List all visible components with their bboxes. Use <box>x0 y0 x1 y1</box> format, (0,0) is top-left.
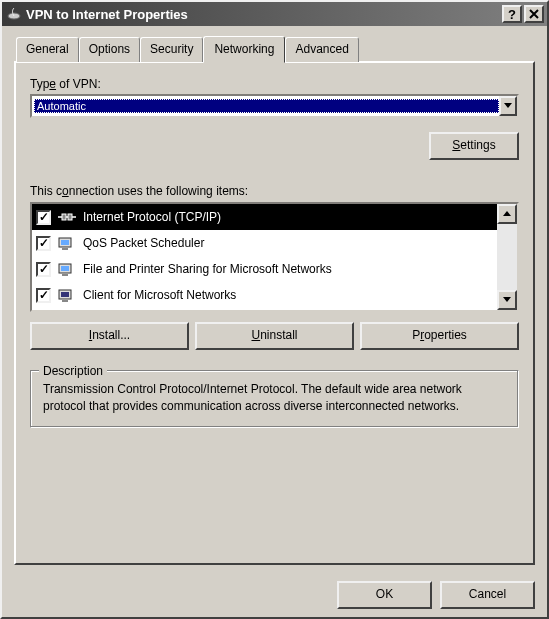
list-item-label: File and Printer Sharing for Microsoft N… <box>83 262 332 276</box>
properties-button[interactable]: Properties <box>360 322 519 350</box>
network-protocol-icon <box>57 208 77 226</box>
checkbox[interactable]: ✓ <box>36 236 51 251</box>
list-item[interactable]: ✓ QoS Packet Scheduler <box>32 230 497 256</box>
list-item[interactable]: ✓ File and Printer Sharing for Microsoft… <box>32 256 497 282</box>
window-title: VPN to Internet Properties <box>26 7 500 22</box>
client-area: General Options Security Networking Adva… <box>2 26 547 571</box>
description-text: Transmission Control Protocol/Internet P… <box>43 381 506 415</box>
components-rows: ✓ Internet Protocol (TCP/IP) ✓ QoS Packe… <box>32 204 497 310</box>
vpn-type-label: Type of VPN: <box>30 77 519 91</box>
tab-advanced[interactable]: Advanced <box>285 37 358 62</box>
svg-rect-7 <box>61 266 69 271</box>
checkbox[interactable]: ✓ <box>36 262 51 277</box>
vpn-type-dropdown[interactable]: Automatic <box>30 94 519 118</box>
service-icon <box>57 260 77 278</box>
tab-panel-networking: Type of VPN: Automatic Settings This con… <box>14 61 535 565</box>
cancel-button[interactable]: Cancel <box>440 581 535 609</box>
list-item-label: QoS Packet Scheduler <box>83 236 204 250</box>
list-item-label: Internet Protocol (TCP/IP) <box>83 210 221 224</box>
dialog-buttons: OK Cancel <box>2 571 547 617</box>
close-button[interactable] <box>524 5 544 23</box>
tab-options[interactable]: Options <box>79 37 140 62</box>
vpn-type-value: Automatic <box>34 99 499 113</box>
tab-security[interactable]: Security <box>140 37 203 62</box>
connection-items-label: This connection uses the following items… <box>30 184 519 198</box>
settings-button[interactable]: Settings <box>429 132 519 160</box>
client-icon <box>57 286 77 304</box>
svg-rect-4 <box>61 240 69 245</box>
svg-rect-5 <box>62 248 68 250</box>
titlebar: VPN to Internet Properties ? <box>2 2 547 26</box>
install-button[interactable]: Install... <box>30 322 189 350</box>
checkbox[interactable]: ✓ <box>36 210 51 225</box>
dropdown-arrow-button[interactable] <box>499 96 517 116</box>
svg-rect-8 <box>62 274 68 276</box>
scroll-track[interactable] <box>497 224 517 290</box>
checkbox[interactable]: ✓ <box>36 288 51 303</box>
svg-rect-10 <box>61 292 69 297</box>
app-icon <box>6 6 22 22</box>
description-group: Description Transmission Control Protoco… <box>30 370 519 428</box>
help-button[interactable]: ? <box>502 5 522 23</box>
list-item[interactable]: ✓ Client for Microsoft Networks <box>32 282 497 308</box>
ok-button[interactable]: OK <box>337 581 432 609</box>
scroll-down-button[interactable] <box>497 290 517 310</box>
service-icon <box>57 234 77 252</box>
list-item-label: Client for Microsoft Networks <box>83 288 236 302</box>
tab-general[interactable]: General <box>16 37 79 62</box>
svg-rect-11 <box>62 300 68 302</box>
svg-rect-2 <box>68 214 72 220</box>
list-item[interactable]: ✓ Internet Protocol (TCP/IP) <box>32 204 497 230</box>
scroll-up-button[interactable] <box>497 204 517 224</box>
description-legend: Description <box>39 363 107 380</box>
tab-networking[interactable]: Networking <box>203 36 285 63</box>
uninstall-button[interactable]: Uninstall <box>195 322 354 350</box>
components-listbox[interactable]: ✓ Internet Protocol (TCP/IP) ✓ QoS Packe… <box>30 202 519 312</box>
properties-dialog: VPN to Internet Properties ? General Opt… <box>0 0 549 619</box>
svg-rect-1 <box>62 214 66 220</box>
listbox-scrollbar[interactable] <box>497 204 517 310</box>
tab-strip: General Options Security Networking Adva… <box>16 36 535 61</box>
